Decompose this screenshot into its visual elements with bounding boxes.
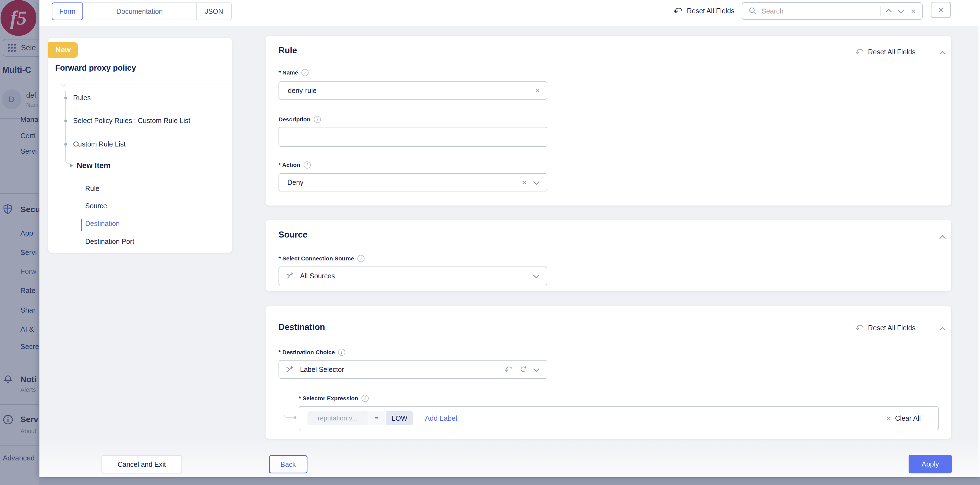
destination-choice-chevron-icon[interactable] [533, 366, 539, 372]
undo-icon [855, 323, 864, 332]
reset-all-fields-label: Reset All Fields [687, 7, 734, 15]
connection-source-value: All Sources [300, 272, 534, 280]
destination-choice-select[interactable]: Label Selector [278, 360, 547, 379]
wizard-nav-card: New Forward proxy policy Rules Select Po… [48, 38, 232, 253]
selector-expression-box: reputation.v... = LOW Add Label × Clear … [299, 406, 939, 431]
close-modal-button[interactable]: × [931, 2, 951, 18]
collapse-rule-icon[interactable] [939, 51, 946, 57]
redo-field-icon[interactable] [519, 365, 528, 373]
substep-destination-port[interactable]: Destination Port [85, 238, 134, 246]
action-value: Deny [287, 179, 522, 187]
destination-choice-label-row: * Destination Choice i [278, 349, 345, 356]
destination-reset-all-fields-button[interactable]: Reset All Fields [855, 323, 915, 332]
destination-section-card: Destination Reset All Fields * Destinati… [266, 306, 951, 439]
substep-destination[interactable]: Destination [85, 220, 120, 228]
search-next-icon[interactable] [898, 8, 904, 14]
wizard-divider-notch-inner [61, 84, 66, 86]
current-step-arrow-icon [70, 164, 73, 168]
selector-expression-info-icon[interactable]: i [361, 395, 369, 402]
destination-choice-info-icon[interactable]: i [338, 349, 345, 356]
expression-key[interactable]: reputation.v... [307, 412, 368, 425]
connection-source-label: * Select Connection Source [278, 255, 354, 262]
back-label: Back [280, 461, 296, 469]
description-label-row: Description i [278, 116, 321, 123]
rule-section-title: Rule [278, 46, 297, 56]
nested-connector-dot [294, 416, 296, 419]
modal-scrollbar-track[interactable] [978, 26, 980, 477]
modal-topbar: Form Documentation JSON Reset All Fields [40, 0, 980, 26]
back-button[interactable]: Back [269, 455, 307, 474]
clear-name-icon[interactable]: × [535, 86, 540, 95]
description-input[interactable] [287, 133, 547, 141]
name-label: * Name [278, 69, 298, 76]
new-badge-label: New [56, 46, 71, 54]
nested-connector-line [284, 378, 295, 418]
rule-section-card: Rule Reset All Fields * Name i × Descrip… [266, 36, 951, 206]
step-custom-rule-list[interactable]: Custom Rule List [73, 140, 126, 148]
name-info-icon[interactable]: i [301, 69, 309, 76]
clear-all-x-icon: × [886, 414, 891, 423]
rule-reset-all-fields-label: Reset All Fields [868, 48, 915, 56]
selector-expression-label-row: * Selector Expression i [299, 395, 369, 402]
step-select-policy-rules[interactable]: Select Policy Rules : Custom Rule List [73, 117, 190, 125]
cancel-and-exit-button[interactable]: Cancel and Exit [102, 455, 182, 474]
action-select[interactable]: Deny × [278, 173, 547, 191]
branch-icon [286, 365, 295, 374]
step-dot [64, 120, 67, 122]
tab-form[interactable]: Form [52, 3, 83, 20]
search-divider [880, 6, 881, 16]
destination-section-title: Destination [278, 322, 325, 332]
substep-source[interactable]: Source [85, 202, 107, 210]
connection-source-select[interactable]: All Sources [278, 266, 547, 285]
undo-field-icon[interactable] [504, 365, 513, 374]
search-prev-icon[interactable] [886, 9, 892, 15]
app-root: f5 Sele Multi-C D def Nam Mana Certi Ser… [0, 0, 980, 485]
forward-proxy-policy-modal: Form Documentation JSON Reset All Fields [40, 0, 980, 477]
substep-rule[interactable]: Rule [85, 185, 99, 193]
tab-documentation[interactable]: Documentation [83, 3, 197, 19]
step-rules[interactable]: Rules [73, 94, 91, 102]
description-info-icon[interactable]: i [314, 116, 321, 123]
apply-label: Apply [921, 460, 939, 468]
search-input[interactable] [761, 7, 880, 16]
collapse-destination-icon[interactable] [939, 327, 946, 333]
action-label: * Action [278, 162, 300, 168]
destination-reset-all-fields-label: Reset All Fields [868, 324, 915, 332]
step-dot [64, 143, 67, 146]
active-substep-bar [81, 219, 82, 231]
apply-button[interactable]: Apply [908, 455, 952, 474]
view-tabs: Form Documentation JSON [52, 3, 232, 20]
tab-json[interactable]: JSON [197, 3, 231, 19]
clear-all-label: Clear All [895, 414, 921, 422]
rule-reset-all-fields-button[interactable]: Reset All Fields [855, 48, 915, 56]
label-expression-chip[interactable]: reputation.v... = LOW [307, 412, 414, 425]
connection-source-info-icon[interactable]: i [357, 255, 364, 262]
wizard-title: Forward proxy policy [55, 64, 136, 73]
description-field [278, 127, 547, 147]
expression-value[interactable]: LOW [386, 412, 414, 425]
name-field: × [278, 81, 547, 100]
destination-choice-label: * Destination Choice [278, 349, 335, 356]
action-info-icon[interactable]: i [304, 161, 311, 169]
name-input[interactable] [287, 86, 535, 95]
clear-all-button[interactable]: × Clear All [886, 414, 921, 423]
collapse-source-icon[interactable] [939, 235, 946, 242]
search-icon [748, 6, 757, 16]
name-label-row: * Name i [278, 69, 309, 76]
search-clear-icon[interactable]: × [911, 6, 916, 16]
cancel-and-exit-label: Cancel and Exit [118, 461, 166, 469]
clear-action-icon[interactable]: × [522, 178, 527, 187]
new-badge: New [48, 42, 78, 58]
add-label-link[interactable]: Add Label [425, 414, 457, 423]
source-section-title: Source [278, 230, 307, 240]
step-new-item[interactable]: New Item [76, 161, 111, 170]
reset-all-fields-button[interactable]: Reset All Fields [674, 6, 734, 16]
action-dropdown-chevron-icon[interactable] [533, 179, 539, 185]
close-icon: × [938, 5, 944, 15]
source-section-card: Source * Select Connection Source i All … [266, 220, 951, 291]
selector-expression-label: * Selector Expression [299, 395, 358, 402]
connection-source-chevron-icon[interactable] [533, 272, 539, 279]
connection-source-label-row: * Select Connection Source i [278, 255, 364, 262]
expression-operator[interactable]: = [368, 412, 385, 425]
destination-choice-value: Label Selector [300, 365, 504, 373]
